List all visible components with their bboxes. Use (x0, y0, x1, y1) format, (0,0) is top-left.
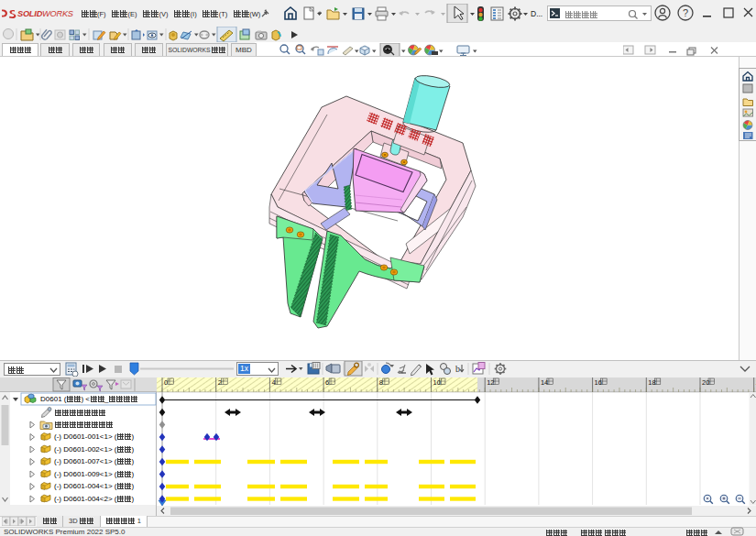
svg-text:b: b (455, 364, 460, 374)
svg-text:0: 0 (164, 378, 168, 387)
svg-text:4: 4 (271, 378, 275, 387)
svg-text:?: ? (683, 7, 688, 18)
svg-text:2: 2 (218, 378, 222, 387)
svg-text:SOLIDWORKS: SOLIDWORKS (17, 9, 74, 18)
svg-text:6: 6 (325, 378, 329, 387)
svg-text:D...: D... (531, 9, 542, 18)
svg-text:8: 8 (379, 378, 383, 387)
